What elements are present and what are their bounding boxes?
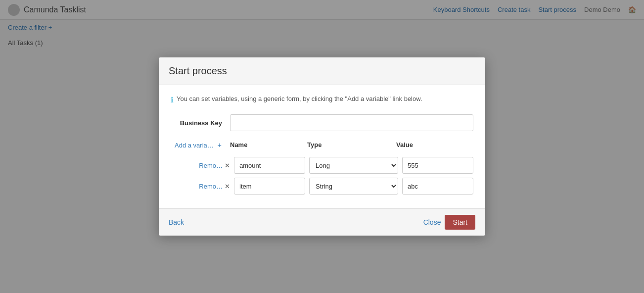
footer-right: Close Start xyxy=(423,215,475,230)
remove-cell-2: Remo… ✕ xyxy=(171,183,230,190)
col-type-header: Type xyxy=(307,141,396,153)
info-icon: ℹ xyxy=(171,96,174,104)
add-variable-link[interactable]: Add a varia… xyxy=(175,142,214,149)
info-text-content: You can set variables, using a generic f… xyxy=(177,95,422,102)
variable-name-input-1[interactable] xyxy=(234,157,305,174)
variable-row: Remo… ✕ Boolean Bytes Short Integer Long… xyxy=(171,178,473,195)
remove-link-1[interactable]: Remo… xyxy=(199,162,223,169)
variables-section: Add a varia… + Name Type Value Remo… ✕ xyxy=(171,139,473,195)
remove-x-2[interactable]: ✕ xyxy=(225,183,230,190)
start-process-modal: Start process ℹ You can set variables, u… xyxy=(159,57,485,236)
variable-value-input-1[interactable] xyxy=(402,157,473,174)
close-button[interactable]: Close xyxy=(423,218,441,226)
info-message: ℹ You can set variables, using a generic… xyxy=(171,95,473,104)
business-key-input[interactable] xyxy=(230,114,473,131)
modal-body: ℹ You can set variables, using a generic… xyxy=(159,85,485,208)
variable-type-select-2[interactable]: Boolean Bytes Short Integer Long Double … xyxy=(309,178,398,195)
remove-link-2[interactable]: Remo… xyxy=(199,183,223,190)
remove-cell-1: Remo… ✕ xyxy=(171,162,230,169)
modal-footer: Back Close Start xyxy=(159,208,485,236)
variables-header: Add a varia… + Name Type Value xyxy=(171,139,473,157)
start-button[interactable]: Start xyxy=(445,215,475,230)
variable-value-input-2[interactable] xyxy=(402,178,473,195)
remove-x-1[interactable]: ✕ xyxy=(225,162,230,169)
variable-type-select-1[interactable]: Boolean Bytes Short Integer Long Double … xyxy=(309,157,398,174)
add-variable-icon: + xyxy=(218,141,222,149)
business-key-group: Business Key xyxy=(171,114,473,131)
modal-overlay: Start process ℹ You can set variables, u… xyxy=(0,0,644,293)
back-button[interactable]: Back xyxy=(169,218,184,226)
modal-title: Start process xyxy=(169,65,475,77)
col-name-header: Name xyxy=(230,141,307,153)
variable-row: Remo… ✕ Boolean Bytes Short Integer Long… xyxy=(171,157,473,174)
business-key-label: Business Key xyxy=(171,119,230,127)
modal-header: Start process xyxy=(159,57,485,85)
col-value-header: Value xyxy=(396,141,473,153)
variable-name-input-2[interactable] xyxy=(234,178,305,195)
